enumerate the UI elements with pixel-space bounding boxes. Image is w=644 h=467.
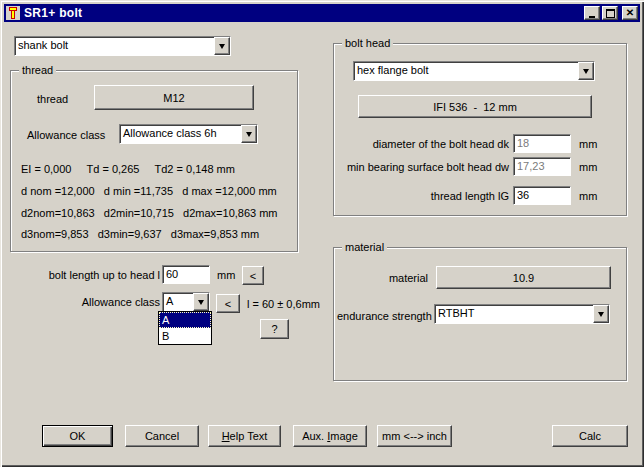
title-bar[interactable]: SR1+ bolt ✕: [4, 4, 640, 22]
bearing-surface-unit: mm: [579, 161, 597, 173]
bolt-head-group-title: bolt head: [342, 37, 393, 49]
material-group-title: material: [342, 241, 387, 253]
bolt-type-dropdown-button[interactable]: [214, 37, 230, 55]
chevron-down-icon: [598, 312, 604, 317]
close-button[interactable]: ✕: [622, 6, 638, 20]
length-allowance-value: A: [163, 293, 193, 311]
help-text-button[interactable]: Help Text: [208, 425, 281, 447]
length-allowance-dropdown-button[interactable]: [193, 293, 209, 311]
thread-diameter-line-3: d3nom=9,853 d3min=9,637 d3max=9,853 mm: [21, 228, 259, 240]
close-icon: ✕: [626, 8, 634, 18]
bearing-surface-label: min bearing surface bolt head dw: [334, 161, 509, 173]
bolt-head-group: bolt head hex flange bolt IFI 536 - 12 m…: [333, 43, 627, 216]
aux-image-button[interactable]: Aux. Image: [293, 425, 367, 447]
bolt-icon: [6, 6, 20, 20]
head-diameter-label: diameter of the bolt head dk: [334, 138, 509, 150]
allowance-option-b[interactable]: B: [159, 328, 211, 344]
thread-group: thread thread M12 Allowance class Allowa…: [10, 70, 298, 252]
endurance-strength-combobox[interactable]: RTBHT: [434, 304, 610, 324]
chevron-down-icon: [219, 44, 225, 49]
maximize-button[interactable]: [602, 6, 618, 20]
thread-tolerance-line-1: EI = 0,000 Td = 0,265 Td2 = 0,148 mm: [21, 163, 235, 175]
bolt-head-type-value: hex flange bolt: [354, 62, 578, 80]
material-group: material material 10.9 endurance strengt…: [333, 247, 627, 381]
allowance-dropdown-list[interactable]: AB: [158, 311, 212, 345]
length-allowance-combobox[interactable]: A: [162, 292, 210, 312]
bolt-head-standard-button[interactable]: IFI 536 - 12 mm: [358, 95, 592, 118]
minimize-button[interactable]: [584, 6, 600, 20]
head-diameter-unit: mm: [579, 138, 597, 150]
material-label: material: [334, 272, 428, 284]
thread-length-unit: mm: [579, 190, 597, 202]
cancel-button[interactable]: Cancel: [125, 425, 199, 447]
thread-allowance-combobox[interactable]: Allowance class 6h: [119, 124, 258, 144]
allowance-option-a[interactable]: A: [159, 312, 211, 328]
thread-diameter-line-1: d nom =12,000 d min =11,735 d max =12,00…: [21, 185, 277, 197]
calc-button[interactable]: Calc: [552, 425, 628, 447]
bearing-surface-field: 17,23: [513, 157, 571, 176]
bolt-length-field[interactable]: 60: [162, 265, 210, 284]
bolt-head-type-combobox[interactable]: hex flange bolt: [353, 61, 595, 81]
thread-allowance-label: Allowance class: [27, 129, 105, 141]
thread-group-title: thread: [19, 64, 56, 76]
endurance-strength-label: endurance strength: [337, 310, 432, 322]
bolt-head-type-dropdown-button[interactable]: [578, 62, 594, 80]
mm-inch-toggle-button[interactable]: mm <--> inch: [377, 425, 452, 447]
thread-allowance-dropdown-button[interactable]: [241, 125, 257, 143]
bolt-type-value: shank bolt: [15, 37, 214, 55]
endurance-strength-dropdown-button[interactable]: [593, 305, 609, 323]
bolt-length-pick-button[interactable]: <: [242, 266, 264, 285]
bolt-length-unit: mm: [217, 269, 235, 281]
material-select-button[interactable]: 10.9: [436, 266, 611, 289]
window-controls: ✕: [582, 6, 638, 20]
chevron-down-icon: [246, 132, 252, 137]
length-allowance-label: Allowance class: [8, 296, 160, 308]
length-allowance-pick-button[interactable]: <: [216, 294, 240, 313]
maximize-icon: [606, 9, 615, 18]
bolt-length-label: bolt length up to head l: [8, 269, 160, 281]
chevron-down-icon: [583, 69, 589, 74]
thread-diameter-line-2: d2nom=10,863 d2min=10,715 d2max=10,863 m…: [21, 207, 278, 219]
ok-button[interactable]: OK: [42, 425, 113, 447]
thread-label: thread: [37, 93, 68, 105]
help-button[interactable]: ?: [260, 319, 289, 339]
chevron-down-icon: [198, 300, 204, 305]
length-tolerance-text: l = 60 ± 0,6mm: [247, 298, 320, 310]
window-title: SR1+ bolt: [24, 6, 82, 20]
minimize-icon: [589, 16, 595, 18]
thread-select-button[interactable]: M12: [94, 85, 254, 110]
thread-allowance-value: Allowance class 6h: [120, 125, 241, 143]
dialog-window: SR1+ bolt ✕ shank bolt thread thread M12…: [0, 0, 644, 467]
bolt-type-combobox[interactable]: shank bolt: [14, 36, 231, 56]
endurance-strength-value: RTBHT: [435, 305, 593, 323]
head-diameter-field: 18: [513, 134, 571, 153]
thread-length-label: thread length lG: [334, 190, 509, 202]
thread-length-field[interactable]: 36: [513, 186, 571, 205]
